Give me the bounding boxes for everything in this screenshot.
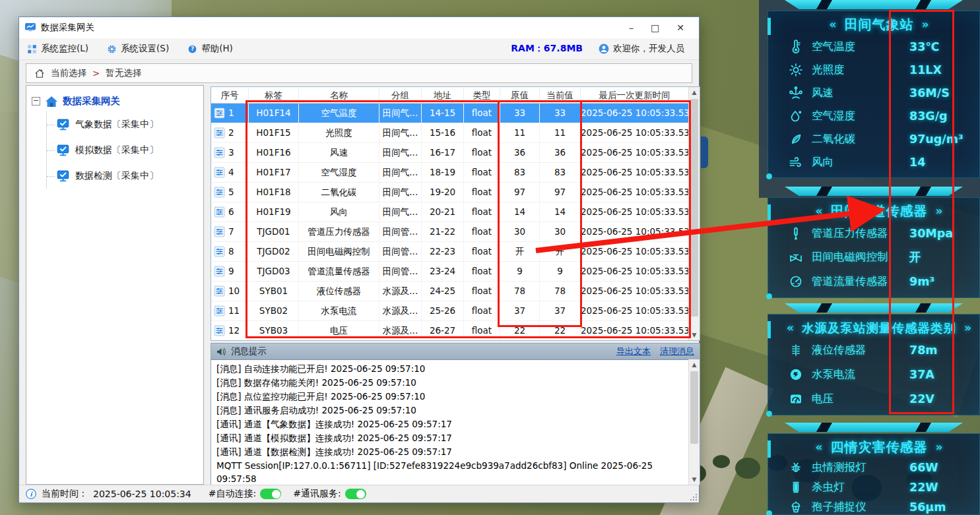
log-line: MQTT Session[IP:127.0.0.1:56711] [ID:527…: [216, 459, 683, 485]
resize-grip[interactable]: [690, 493, 698, 501]
tree-item-channel[interactable]: 气象数据〔采集中〕: [47, 111, 198, 137]
table-row[interactable]: 7TJGD01管道压力传感器田间管...21-22float30302025-0…: [211, 222, 689, 242]
tree-root-gateway[interactable]: 数据采集网关: [32, 95, 198, 107]
column-header[interactable]: 名称: [299, 87, 379, 103]
table-cell: float: [464, 183, 500, 202]
table-row[interactable]: 6H01F19风向田间气...20-21float14142025-06-25 …: [211, 202, 689, 222]
cell-text: 2025-06-25 10:05:33.53: [581, 266, 689, 276]
breadcrumb-prefix: 当前选择: [51, 67, 86, 79]
table-row[interactable]: 5H01F18二氧化碳田间气...19-20float97972025-06-2…: [211, 183, 689, 202]
clear-messages-link[interactable]: 清理消息: [660, 346, 694, 357]
sensor-label: 田间电磁阀控制: [812, 250, 909, 264]
table-cell: 田间气...: [379, 183, 422, 202]
sun-icon: [788, 62, 805, 78]
sensor-value: 11LX: [909, 63, 942, 76]
toggle-switch[interactable]: [345, 489, 366, 499]
maximize-button[interactable]: □: [651, 23, 659, 32]
table-row[interactable]: 11SYB02水泵电流水源及...25-26float37372025-06-2…: [211, 301, 689, 321]
panel-prev-icon[interactable]: «: [830, 18, 837, 31]
column-header[interactable]: 类型: [464, 87, 500, 103]
cell-text: 11: [554, 127, 566, 138]
table-cell: 18-19: [422, 163, 464, 182]
monitor-check-icon: [56, 117, 70, 131]
column-header[interactable]: 标签: [249, 87, 299, 103]
current-time-value: 2025-06-25 10:05:34: [93, 489, 191, 499]
table-cell: 空气温度: [299, 104, 379, 123]
message-scrollbar[interactable]: ▲ ▼: [688, 359, 700, 485]
menu-item-help[interactable]: ?帮助(H): [187, 43, 233, 55]
cell-text: 2025-06-25 10:05:33.53: [581, 206, 689, 217]
panel-deco-bar: [785, 303, 963, 313]
pressure-sensor-icon: [788, 226, 805, 241]
voltage-icon: V: [788, 391, 805, 407]
panel-deco-bar: [785, 187, 963, 196]
cell-text: 二氧化碳: [321, 187, 357, 197]
panel-next-icon[interactable]: »: [922, 18, 929, 31]
table-cell: 2025-06-25 10:05:33.53: [581, 143, 689, 162]
panel-prev-icon[interactable]: «: [816, 204, 823, 218]
cell-text: H01F19: [256, 206, 290, 217]
table-cell: 22: [500, 321, 540, 340]
message-panel: 消息提示 导出文本 清理消息 [消息] 自动连接功能已开启! 2025-06-2…: [211, 343, 700, 485]
app-window: 数据采集网关 – □ ✕ 系统监控(L)系统设置(S)?帮助(H) RAM：67…: [18, 16, 700, 503]
scroll-down-icon[interactable]: ▼: [689, 330, 700, 340]
table-row[interactable]: 8TJGD02田间电磁阀控制田间管...22-23float开开2025-06-…: [211, 242, 689, 262]
table-cell: 37: [500, 301, 540, 320]
tree-item-channel[interactable]: 数据检测〔采集中〕: [47, 163, 198, 189]
tree-collapse-icon[interactable]: [32, 97, 40, 106]
column-header[interactable]: 原值: [500, 87, 540, 103]
table-cell: 2025-06-25 10:05:33.53: [581, 242, 689, 261]
menu-item-label: 系统监控(L): [41, 43, 88, 55]
minimize-button[interactable]: –: [629, 23, 634, 32]
table-row[interactable]: 1H01F14空气温度田间气...14-15float33332025-06-2…: [211, 104, 689, 123]
help-icon: ?: [187, 44, 197, 54]
window-side-handle[interactable]: [701, 136, 708, 168]
cell-text: 10: [228, 282, 240, 301]
panel-next-icon[interactable]: »: [936, 440, 943, 454]
table-row[interactable]: 9TJGD03管道流量传感器田间管...23-24float992025-06-…: [211, 262, 689, 282]
table-row[interactable]: 2H01F15光照度田间气...15-16float11112025-06-25…: [211, 123, 689, 143]
panel-next-icon[interactable]: »: [964, 321, 971, 334]
table-row[interactable]: 10SYB01液位传感器水源及...24-25float78782025-06-…: [211, 282, 689, 301]
cell-text: 田间气...: [383, 206, 418, 217]
menu-item-settings[interactable]: 系统设置(S): [107, 43, 169, 55]
table-row[interactable]: 12SYB03电压水源及...26-27float22222025-06-25 …: [211, 321, 689, 341]
scroll-down-icon[interactable]: ▼: [689, 474, 700, 485]
cell-text: 22-23: [430, 246, 455, 257]
column-header[interactable]: 序号: [211, 87, 249, 103]
cell-text: 15-16: [430, 127, 455, 138]
sensor-value: 开: [909, 249, 921, 265]
column-header[interactable]: 当前值: [540, 87, 581, 103]
cell-text: 2025-06-25 10:05:33.53: [581, 286, 689, 296]
table-cell: 水源及...: [379, 301, 422, 320]
liquid-level-icon: [788, 342, 805, 358]
panel-next-icon[interactable]: »: [936, 204, 943, 218]
home-icon[interactable]: [34, 69, 45, 78]
row-sliders-icon: [214, 167, 225, 178]
column-header[interactable]: 分组: [379, 87, 422, 103]
cell-text: float: [472, 286, 492, 296]
menu-item-monitor[interactable]: 系统监控(L): [27, 43, 88, 55]
scroll-up-icon[interactable]: ▲: [689, 87, 700, 98]
cell-text: H01F18: [256, 187, 290, 197]
scroll-up-icon[interactable]: ▲: [689, 359, 700, 370]
export-text-link[interactable]: 导出文本: [616, 346, 651, 357]
screen: 数据采集网关 – □ ✕ 系统监控(L)系统设置(S)?帮助(H) RAM：67…: [0, 0, 980, 515]
close-button[interactable]: ✕: [676, 23, 684, 32]
tree-item-channel[interactable]: 模拟数据〔采集中〕: [47, 137, 198, 163]
table-cell: float: [464, 104, 500, 123]
column-header[interactable]: 最后一次更新时间: [581, 87, 689, 103]
panel-prev-icon[interactable]: «: [787, 321, 794, 334]
cell-text: 2025-06-25 10:05:33.53: [581, 325, 689, 336]
toggle-switch[interactable]: [260, 489, 281, 499]
table-scrollbar[interactable]: ▲ ▼: [688, 87, 700, 340]
sensor-value: 37A: [909, 368, 934, 381]
table-cell: 37: [540, 301, 581, 320]
panel-prev-icon[interactable]: «: [816, 440, 823, 454]
column-header[interactable]: 地址: [422, 87, 464, 103]
table-row[interactable]: 4H01F17空气湿度田间气...18-19float83832025-06-2…: [211, 163, 689, 183]
table-cell: 风向: [299, 202, 379, 222]
table-cell: H01F16: [249, 143, 299, 162]
row-index-cell: 6: [211, 202, 249, 222]
table-row[interactable]: 3H01F16风速田间气...16-17float36362025-06-25 …: [211, 143, 689, 163]
